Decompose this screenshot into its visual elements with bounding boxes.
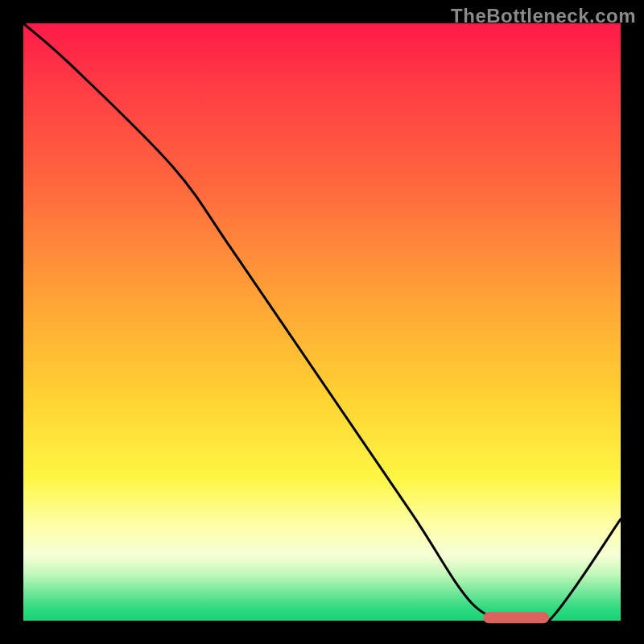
watermark-text: TheBottleneck.com: [451, 5, 636, 27]
plot-frame: [23, 23, 621, 621]
bottleneck-curve: [23, 23, 621, 629]
chart-svg: [23, 23, 621, 621]
optimal-zone-bar: [483, 612, 549, 623]
chart-stage: TheBottleneck.com: [0, 0, 644, 644]
